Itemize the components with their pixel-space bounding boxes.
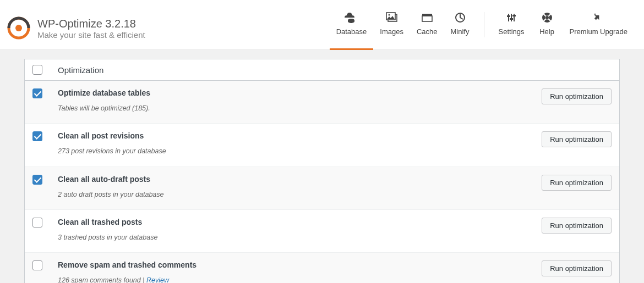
settings-icon (506, 10, 517, 25)
database-icon (345, 10, 358, 25)
run-optimization-button[interactable]: Run optimization (542, 131, 612, 147)
nav-cache[interactable]: Cache (410, 7, 444, 50)
nav-database[interactable]: Database (330, 7, 374, 50)
nav-label: Minify (451, 27, 470, 36)
row-title: Clean all post revisions (58, 131, 542, 140)
row-checkbox[interactable] (32, 260, 42, 270)
top-bar: WP-Optimize 3.2.18 Make your site fast &… (0, 0, 644, 50)
run-optimization-button[interactable]: Run optimization (542, 88, 612, 104)
svg-rect-12 (507, 15, 510, 17)
brand-text: WP-Optimize 3.2.18 Make your site fast &… (37, 17, 145, 40)
brand: WP-Optimize 3.2.18 Make your site fast &… (7, 16, 145, 40)
run-optimization-button[interactable]: Run optimization (542, 218, 612, 234)
svg-rect-7 (422, 16, 432, 21)
optimization-row: Clean all post revisions273 post revisio… (25, 124, 619, 167)
row-checkbox[interactable] (32, 175, 42, 185)
row-sub: Tables will be optimized (185). (58, 103, 542, 114)
optimization-row: Optimize database tablesTables will be o… (25, 81, 619, 124)
optimization-row: Clean all auto-draft posts2 auto draft p… (25, 167, 619, 210)
help-icon (542, 10, 553, 25)
row-title: Clean all auto-draft posts (58, 175, 542, 184)
select-all-checkbox[interactable] (32, 65, 42, 75)
top-nav: DatabaseImagesCacheMinifySettingsHelpPre… (330, 7, 634, 49)
content-area: Optimization Optimize database tablesTab… (0, 59, 644, 283)
nav-label: Database (336, 27, 367, 36)
nav-help[interactable]: Help (531, 7, 563, 50)
svg-point-19 (545, 16, 549, 19)
row-checkbox[interactable] (32, 88, 42, 98)
optimization-row: Clean all trashed posts3 trashed posts i… (25, 210, 619, 253)
svg-rect-10 (511, 14, 512, 21)
nav-minify[interactable]: Minify (444, 7, 476, 50)
nav-separator (484, 12, 484, 37)
nav-label: Help (539, 27, 554, 36)
run-optimization-button[interactable]: Run optimization (542, 260, 612, 276)
panel-header: Optimization (25, 59, 619, 81)
row-sub-text: 126 spam comments found | (58, 276, 146, 283)
row-title: Optimize database tables (58, 88, 542, 97)
optimization-row: Remove spam and trashed comments126 spam… (25, 253, 619, 283)
svg-rect-14 (512, 15, 516, 16)
row-checkbox[interactable] (32, 131, 42, 141)
panel-header-title: Optimization (52, 65, 103, 75)
svg-rect-9 (508, 14, 509, 21)
svg-rect-13 (510, 18, 513, 20)
optimizations-panel: Optimization Optimize database tablesTab… (24, 59, 620, 283)
svg-point-2 (348, 19, 354, 22)
row-sub: 273 post revisions in your database (58, 146, 542, 157)
cache-icon (421, 10, 433, 25)
rows-host: Optimize database tablesTables will be o… (25, 81, 619, 283)
svg-point-5 (388, 14, 390, 16)
row-sub: 3 trashed posts in your database (58, 232, 542, 243)
svg-point-1 (15, 25, 22, 31)
nav-label: Settings (499, 27, 525, 36)
app-tagline: Make your site fast & efficient (37, 30, 145, 40)
nav-label: Cache (417, 27, 438, 36)
app-title: WP-Optimize 3.2.18 (37, 17, 145, 30)
nav-images[interactable]: Images (373, 7, 410, 50)
nav-label: Premium Upgrade (570, 27, 628, 36)
premium-icon (593, 10, 604, 25)
row-title: Remove spam and trashed comments (58, 260, 542, 269)
row-sub: 2 auto draft posts in your database (58, 189, 542, 201)
nav-premium[interactable]: Premium Upgrade (563, 7, 635, 50)
nav-label: Images (380, 27, 403, 36)
row-checkbox[interactable] (32, 218, 42, 227)
minify-icon (455, 10, 466, 25)
nav-settings[interactable]: Settings (492, 7, 531, 50)
row-title: Clean all trashed posts (58, 218, 542, 226)
row-sub: 126 spam comments found | Review (58, 275, 542, 283)
review-link[interactable]: Review (146, 276, 169, 283)
wpo-logo-icon (7, 16, 31, 40)
images-icon (386, 10, 398, 25)
run-optimization-button[interactable]: Run optimization (542, 175, 612, 191)
